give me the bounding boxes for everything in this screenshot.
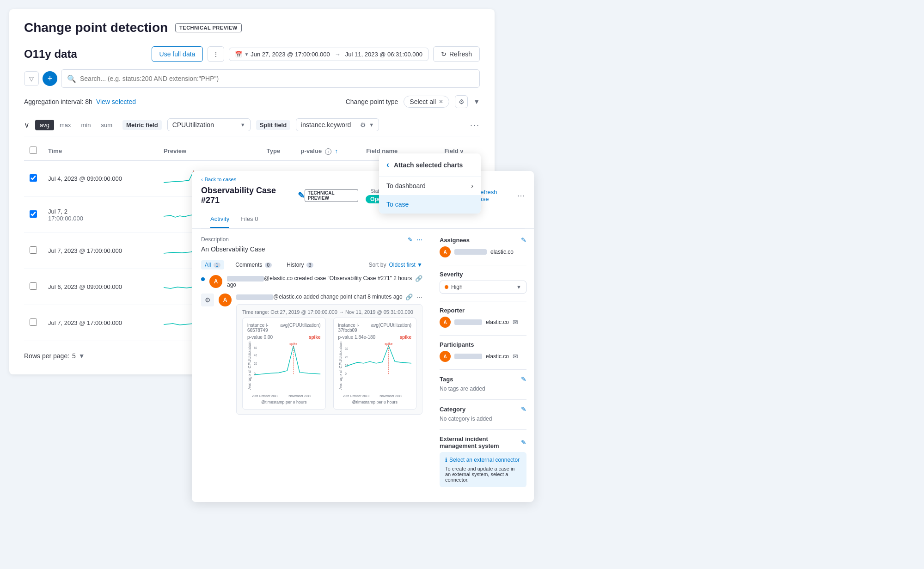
severity-select[interactable]: High ▼ [440,281,526,294]
sidebar-divider-6 [440,429,526,430]
select-all-text: Select all [410,98,436,105]
row5-checkbox[interactable] [30,318,37,326]
category-empty: No category is added [440,416,526,422]
select-all-pill[interactable]: Select all ✕ [404,96,449,108]
row2-checkbox[interactable] [30,210,37,218]
sidebar-divider-4 [440,369,526,370]
tab-files[interactable]: Files 0 [240,211,258,228]
edit-case-title-button[interactable]: ✎ [298,190,305,201]
collapse-toggle[interactable]: ∨ [24,121,30,129]
split-field-select[interactable]: instance.keyword ⚙ ▼ [296,118,379,131]
page-title: Change point detection [24,20,168,35]
edit-description-icon[interactable]: ✎ [408,236,413,243]
avg-button[interactable]: avg [35,120,54,130]
sidebar-divider-3 [440,335,526,336]
description-options-icon[interactable]: ⋯ [416,236,422,243]
edit-assignees-button[interactable]: ✎ [521,236,526,244]
case-body: Description An Observability Case ✎ ⋯ Al… [192,229,534,502]
refresh-button[interactable]: ↻ Refresh [433,46,480,62]
row4-time: Jul 6, 2023 @ 09:00:00.000 [43,269,158,305]
edit-category-button[interactable]: ✎ [521,405,526,413]
select-connector-link[interactable]: ℹ Select an external connector [445,457,521,463]
clear-select-all-button[interactable]: ✕ [439,98,443,105]
activity-action-row-2: @elastic.co added change point chart 8 m… [236,294,422,300]
view-selected-link[interactable]: View selected [96,98,136,105]
activity-more-icon-2[interactable]: ⋯ [416,294,422,300]
to-dashboard-item[interactable]: To dashboard › [379,177,481,195]
activity-content-2: @elastic.co added change point chart 8 m… [236,294,422,415]
search-input[interactable] [80,75,474,82]
filter-button[interactable]: ▽ [24,71,39,86]
case-panel-header: ‹ Back to cases Observability Case #271 … [192,171,534,229]
rows-per-page-value: 5 [72,352,76,360]
info-circle-icon: ℹ [445,457,447,463]
row2-time: Jul 7, 2 17:00:00.000 [43,197,158,233]
add-filter-button[interactable]: + [43,71,57,86]
row1-checkbox[interactable] [30,174,37,182]
case-more-button[interactable]: ⋯ [517,191,525,200]
search-row: ▽ + 🔍 [24,69,480,88]
use-full-data-button[interactable]: Use full data [152,46,203,62]
row3-checkbox[interactable] [30,246,37,254]
chart2-pvalue-row: p-value 1.84e-180 spike [338,335,412,340]
split-field-value: instance.keyword [301,121,351,128]
metric-field-select[interactable]: CPUUtilization ▼ [167,118,251,131]
assignee-avatar: A [440,246,451,257]
select-all-checkbox[interactable] [30,147,37,154]
max-button[interactable]: max [55,120,76,130]
case-main: Description An Observability Case ✎ ⋯ Al… [192,229,432,502]
chart1-type: spike [309,335,321,340]
tab-activity[interactable]: Activity [210,211,229,228]
sum-button[interactable]: sum [96,120,117,130]
back-icon[interactable]: ‹ [386,160,389,170]
to-case-item[interactable]: To case [379,195,481,214]
toolbar-options-button[interactable]: ⋮ [208,46,224,62]
tags-header: Tags ✎ [440,375,526,383]
activity-action-row-1: @elastic.co created case "Observability … [227,275,422,288]
reporter-email-icon[interactable]: ✉ [513,318,518,326]
svg-text:0: 0 [345,372,347,375]
sort-by-label: Sort by [368,262,386,268]
toolbar-row: O11y data Use full data ⋮ 📅 ▼ Jun 27, 20… [24,46,480,62]
reporter-avatar: A [440,317,451,328]
chart2-instance: instance i-37fbcb09 [338,323,371,333]
metric-field-chevron: ▼ [240,122,245,128]
svg-text:40: 40 [254,354,257,357]
reporter-row: A elastic.co ✉ [440,317,526,328]
filter-all-button[interactable]: All 1 [201,260,224,269]
settings-icon: ⚙ [459,98,465,105]
page-title-row: Change point detection TECHNICAL PREVIEW [24,20,480,35]
chart2-inner: Average of CPUUtilization spike 0 10 20 [338,342,412,390]
edit-tags-button[interactable]: ✎ [521,375,526,383]
rows-per-page-chevron[interactable]: ▼ [79,352,85,360]
assignee-name-redacted [454,249,487,255]
pvalue-column-header: p-value i ↑ [295,142,361,160]
sort-icon[interactable]: ↑ [335,147,338,154]
chart2-y-label: Average of CPUUtilization [338,342,343,390]
filter-history-button[interactable]: History 3 [283,260,317,269]
calendar-icon: 📅 [235,51,242,58]
edit-ext-system-button[interactable]: ✎ [521,439,526,446]
more-options-button[interactable]: ··· [470,120,480,130]
date-range-picker[interactable]: 📅 ▼ Jun 27, 2023 @ 17:00:00.000 → Jul 11… [229,48,428,61]
row4-checkbox[interactable] [30,282,37,290]
activity-link-icon-1[interactable]: 🔗 [415,275,422,282]
activity-text-2: @elastic.co added change point chart 8 m… [236,294,403,300]
participant-email-icon[interactable]: ✉ [513,353,518,360]
sort-by-value[interactable]: Oldest first ▼ [389,262,422,268]
rows-per-page: Rows per page: 5 ▼ [24,352,85,360]
ext-system-header: External incident management system ✎ [440,435,526,449]
change-point-chevron[interactable]: ▼ [473,98,480,105]
severity-header: Severity [440,271,526,278]
severity-chevron: ▼ [516,284,521,290]
change-point-settings-button[interactable]: ⚙ [455,95,468,108]
chevron-right-icon: › [471,182,473,190]
activity-link-icon-2[interactable]: 🔗 [405,294,413,300]
svg-text:28th October 2019: 28th October 2019 [343,394,369,398]
reporter-section: Reporter A elastic.co ✉ [440,307,526,328]
chart1-inner: Average of CPUUtilization spike 0 20 4 [247,342,321,390]
filter-comments-button[interactable]: Comments 0 [232,260,275,269]
sidebar-divider-5 [440,399,526,400]
filter-icon: ▽ [29,75,34,82]
min-button[interactable]: min [77,120,96,130]
